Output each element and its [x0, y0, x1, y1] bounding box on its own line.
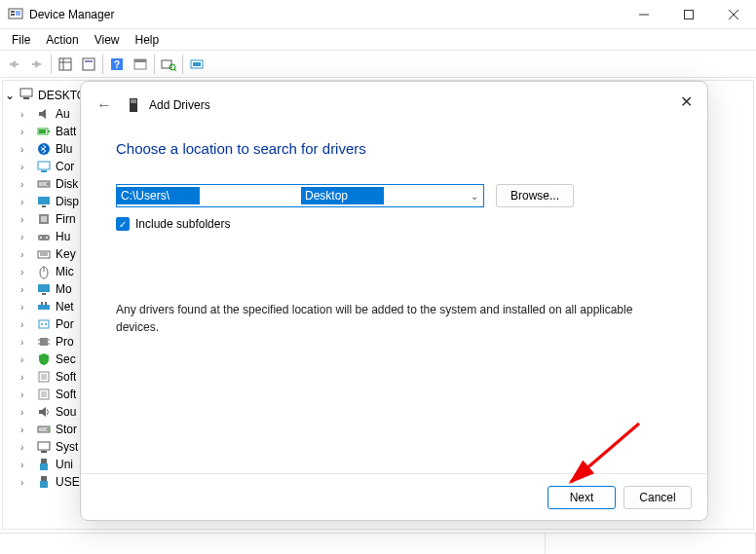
svg-rect-34: [38, 197, 50, 204]
svg-rect-49: [41, 302, 43, 305]
svg-rect-1: [11, 11, 15, 13]
dialog-close-button[interactable]: ✕: [676, 92, 696, 111]
expand-icon[interactable]: ›: [20, 179, 32, 190]
expand-icon[interactable]: ›: [20, 319, 32, 330]
svg-point-40: [46, 237, 48, 239]
tree-item-label: Net: [56, 300, 74, 314]
computer-icon: [19, 86, 34, 104]
dropdown-icon[interactable]: ⌄: [466, 191, 483, 202]
path-combobox[interactable]: C:\Users\ Desktop ⌄: [116, 184, 484, 207]
computer-icon: [36, 159, 52, 174]
menu-action[interactable]: Action: [38, 31, 86, 49]
forward-button[interactable]: [25, 53, 49, 76]
svg-rect-70: [40, 481, 48, 488]
svg-rect-14: [85, 60, 93, 62]
tree-item-label: Disp: [56, 195, 79, 208]
port-icon: [36, 316, 52, 332]
properties-button[interactable]: [77, 53, 100, 76]
svg-rect-46: [38, 284, 50, 292]
svg-rect-68: [40, 463, 48, 470]
maximize-button[interactable]: [666, 0, 711, 29]
svg-rect-24: [20, 89, 32, 96]
checkbox-checked-icon: ✓: [116, 217, 130, 231]
svg-rect-65: [38, 442, 50, 450]
close-button[interactable]: [711, 0, 756, 29]
toolbar: ?: [0, 51, 756, 78]
expand-icon[interactable]: ›: [20, 232, 32, 242]
add-drivers-dialog: ← Add Drivers ✕ Choose a location to sea…: [80, 81, 708, 521]
svg-line-21: [174, 69, 176, 71]
svg-rect-38: [38, 235, 50, 240]
expand-icon[interactable]: ›: [20, 109, 32, 120]
expand-icon[interactable]: ›: [20, 477, 32, 488]
expand-icon[interactable]: ›: [20, 162, 32, 172]
expand-icon[interactable]: ›: [20, 249, 32, 260]
expand-icon[interactable]: ›: [20, 337, 32, 348]
processor-icon: [36, 334, 52, 350]
svg-point-52: [41, 323, 43, 325]
include-subfolders-checkbox[interactable]: ✓ Include subfolders: [116, 217, 672, 231]
display-icon: [36, 194, 52, 209]
svg-rect-10: [59, 58, 71, 70]
expand-icon[interactable]: ›: [20, 144, 32, 155]
collapse-icon[interactable]: ⌄: [5, 89, 15, 102]
expand-icon[interactable]: ›: [20, 302, 32, 313]
tree-item-label: Cor: [56, 160, 74, 173]
mouse-icon: [36, 264, 52, 279]
expand-icon[interactable]: ›: [20, 284, 32, 295]
status-bar: [0, 533, 756, 554]
svg-rect-5: [685, 11, 694, 19]
svg-point-29: [38, 143, 50, 155]
browse-button[interactable]: Browse...: [496, 184, 574, 207]
keyboard-icon: [36, 246, 52, 262]
cancel-button[interactable]: Cancel: [624, 486, 692, 509]
svg-rect-23: [193, 62, 201, 66]
minimize-button[interactable]: [622, 0, 666, 29]
svg-rect-47: [42, 293, 46, 295]
scan-button[interactable]: [157, 53, 180, 76]
tree-item-label: Au: [56, 107, 70, 121]
expand-icon[interactable]: ›: [20, 127, 32, 137]
show-hidden-button[interactable]: [54, 53, 77, 76]
expand-icon[interactable]: ›: [20, 372, 32, 383]
network-icon: [36, 299, 52, 314]
menu-view[interactable]: View: [87, 31, 128, 49]
expand-icon[interactable]: ›: [20, 407, 32, 418]
hid-icon: [36, 229, 52, 244]
next-button[interactable]: Next: [548, 486, 616, 509]
menu-file[interactable]: File: [4, 31, 38, 49]
disk-icon: [36, 176, 52, 192]
svg-rect-62: [41, 391, 47, 397]
expand-icon[interactable]: ›: [20, 197, 32, 207]
menu-bar: File Action View Help: [0, 29, 756, 51]
tree-item-label: Mic: [56, 265, 74, 278]
tree-item-label: Key: [56, 247, 76, 261]
expand-icon[interactable]: ›: [20, 460, 32, 470]
svg-rect-8: [10, 63, 19, 65]
expand-icon[interactable]: ›: [20, 267, 32, 277]
svg-rect-28: [39, 129, 46, 133]
dialog-heading: Choose a location to search for drivers: [116, 140, 672, 157]
svg-rect-9: [32, 63, 41, 65]
help-button[interactable]: ?: [105, 53, 129, 76]
dialog-back-button[interactable]: ←: [96, 96, 112, 114]
svg-rect-50: [45, 302, 47, 305]
svg-point-33: [47, 183, 49, 185]
expand-icon[interactable]: ›: [20, 354, 32, 365]
tree-item-label: Uni: [56, 458, 73, 471]
expand-icon[interactable]: ›: [20, 214, 32, 225]
svg-rect-25: [23, 97, 29, 99]
svg-rect-13: [83, 58, 94, 70]
expand-icon[interactable]: ›: [20, 389, 32, 400]
menu-help[interactable]: Help: [128, 31, 168, 49]
tree-item-label: Syst: [56, 440, 78, 454]
back-button[interactable]: [2, 53, 25, 76]
add-driver-button[interactable]: [185, 53, 208, 76]
svg-point-39: [40, 237, 42, 239]
dialog-title: Add Drivers: [149, 98, 210, 112]
svg-rect-51: [39, 320, 49, 328]
tree-item-label: Pro: [56, 335, 74, 349]
action-button[interactable]: [129, 53, 152, 76]
expand-icon[interactable]: ›: [20, 442, 32, 453]
expand-icon[interactable]: ›: [20, 425, 32, 435]
